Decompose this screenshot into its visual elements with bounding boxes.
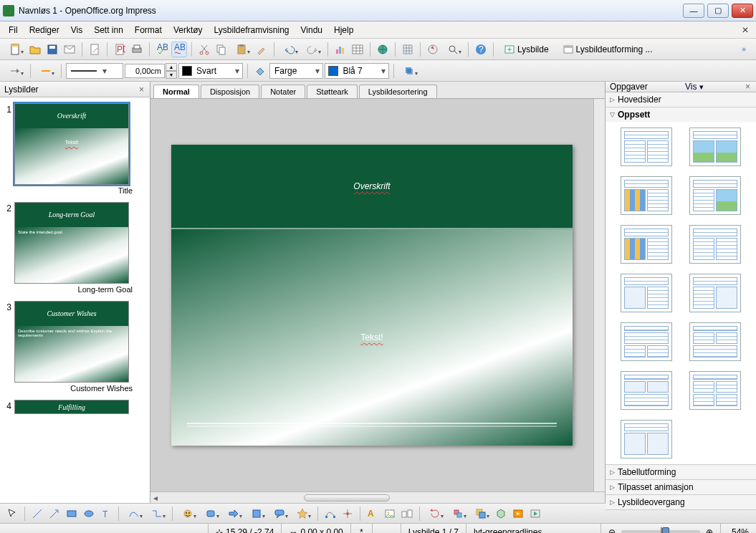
tab-outline[interactable]: Disposisjon xyxy=(201,85,259,98)
interaction-tool[interactable] xyxy=(510,506,526,522)
layout-option[interactable] xyxy=(621,371,672,410)
slide-thumbnail-2[interactable]: 2 Long-term Goal State the intended goal… xyxy=(0,201,150,299)
line-tool[interactable] xyxy=(29,506,45,522)
tab-notes[interactable]: Notater xyxy=(261,85,305,98)
align-tool[interactable] xyxy=(447,506,469,522)
arrow-line-tool[interactable] xyxy=(47,506,62,522)
slide-thumbnail-1[interactable]: 1 Overskrift Tekst! Title xyxy=(0,102,150,201)
from-file-tool[interactable] xyxy=(382,506,398,522)
edit-file-button[interactable] xyxy=(87,42,102,57)
layout-option[interactable] xyxy=(689,225,741,264)
slide-thumbnail-4[interactable]: 4 Fulfilling xyxy=(0,398,150,416)
hyperlink-button[interactable] xyxy=(375,42,391,57)
menu-slideshow[interactable]: Lysbildeframvisning xyxy=(209,23,295,37)
layout-option[interactable] xyxy=(621,274,672,312)
window-maximize-button[interactable]: ▢ xyxy=(707,4,729,18)
fontwork-tool[interactable]: A xyxy=(365,506,381,522)
points-edit-tool[interactable] xyxy=(322,506,338,522)
arrow-style-button[interactable] xyxy=(4,63,26,79)
toolbar-overflow-button[interactable]: » xyxy=(736,42,752,57)
current-slide[interactable]: Overskrift Tekst! xyxy=(171,145,573,446)
export-pdf-button[interactable]: PDF xyxy=(112,42,128,57)
zoom-in-icon[interactable]: ⊕ xyxy=(706,527,713,534)
menu-edit[interactable]: Rediger xyxy=(24,23,65,37)
line-width-input[interactable] xyxy=(125,64,165,78)
menu-help[interactable]: Hjelp xyxy=(328,23,359,37)
menu-window[interactable]: Vindu xyxy=(295,23,328,37)
block-arrows-tool[interactable] xyxy=(223,506,244,522)
layout-option[interactable] xyxy=(689,176,741,215)
zoom-percent[interactable]: 54% xyxy=(720,524,756,533)
slide-title-text[interactable]: Overskrift xyxy=(353,181,390,191)
gallery-tool[interactable] xyxy=(399,506,415,522)
section-custom-animation[interactable]: ▷Tilpasset animasjon xyxy=(606,480,756,495)
email-button[interactable] xyxy=(62,42,77,57)
chart-button[interactable] xyxy=(332,42,348,57)
spellcheck-button[interactable]: ABC xyxy=(154,42,170,57)
window-minimize-button[interactable]: — xyxy=(683,4,704,18)
flowchart-tool[interactable] xyxy=(246,506,267,522)
shadow-button[interactable] xyxy=(398,63,420,79)
layout-option[interactable] xyxy=(689,128,741,166)
slide-body-text[interactable]: Tekst! xyxy=(360,332,383,342)
menu-format[interactable]: Format xyxy=(129,23,168,37)
layout-option[interactable] xyxy=(689,371,741,410)
arrange-tool[interactable] xyxy=(470,506,492,522)
save-button[interactable] xyxy=(44,42,60,57)
undo-button[interactable] xyxy=(279,42,300,57)
section-slide-transition[interactable]: ▷Lysbildeovergang xyxy=(606,495,756,510)
layout-option[interactable] xyxy=(621,225,672,264)
layout-option[interactable] xyxy=(621,176,672,215)
connector-tool[interactable] xyxy=(146,506,168,522)
print-button[interactable] xyxy=(129,42,145,57)
select-tool[interactable] xyxy=(4,506,20,522)
slide-design-button[interactable]: Lysbildeutforming ... xyxy=(557,42,659,57)
line-style-combo[interactable]: ▾ xyxy=(66,63,123,79)
grid-button[interactable] xyxy=(400,42,416,57)
slide-thumbnail-3[interactable]: 3 Customer Wishes Describe customer need… xyxy=(0,299,150,398)
animation-tool[interactable] xyxy=(527,506,543,522)
zoom-out-icon[interactable]: ⊖ xyxy=(608,527,616,534)
line-width-down[interactable]: ▼ xyxy=(166,71,177,79)
help-button[interactable]: ? xyxy=(473,42,489,57)
layout-option[interactable] xyxy=(689,274,741,312)
horizontal-scrollbar[interactable]: ◂ xyxy=(150,491,605,503)
tab-normal[interactable]: Normal xyxy=(153,85,199,98)
line-width-up[interactable]: ▲ xyxy=(166,63,177,71)
zoom-slider[interactable] xyxy=(621,530,700,534)
table-button[interactable] xyxy=(350,42,365,57)
zoom-control[interactable]: ⊖ ⊕ xyxy=(601,524,720,533)
new-document-button[interactable] xyxy=(4,42,26,57)
menu-insert[interactable]: Sett inn xyxy=(88,23,129,37)
fill-mode-combo[interactable]: Farge▾ xyxy=(269,63,323,79)
menu-file[interactable]: Fil xyxy=(3,23,24,37)
document-close-button[interactable]: ✕ xyxy=(737,25,753,35)
section-master-pages[interactable]: ▷Hovedsider xyxy=(606,92,756,107)
layout-option[interactable] xyxy=(621,322,672,361)
ellipse-tool[interactable] xyxy=(81,506,97,522)
layout-option[interactable] xyxy=(621,128,672,166)
window-close-button[interactable]: ✕ xyxy=(732,4,753,18)
curve-tool[interactable] xyxy=(123,506,145,522)
area-fill-button[interactable] xyxy=(252,63,268,79)
line-endings-button[interactable] xyxy=(35,63,57,79)
open-button[interactable] xyxy=(27,42,43,57)
cut-button[interactable] xyxy=(196,42,212,57)
gluepoints-tool[interactable] xyxy=(340,506,355,522)
section-layouts-header[interactable]: ▽Oppsett xyxy=(606,107,756,122)
tasks-view-menu[interactable]: Vis ▾ xyxy=(685,82,704,92)
section-table-design[interactable]: ▷Tabellutforming xyxy=(606,465,756,480)
extrusion-tool[interactable] xyxy=(493,506,509,522)
copy-button[interactable] xyxy=(214,42,229,57)
navigator-button[interactable] xyxy=(425,42,441,57)
auto-spellcheck-button[interactable]: ABC xyxy=(171,42,187,57)
rotate-tool[interactable] xyxy=(424,506,446,522)
slides-panel-close[interactable]: × xyxy=(138,85,145,95)
menu-tools[interactable]: Verktøy xyxy=(168,23,209,37)
layout-option[interactable] xyxy=(621,420,672,458)
menu-view[interactable]: Vis xyxy=(65,23,88,37)
tab-handout[interactable]: Støtteark xyxy=(307,85,358,98)
tab-sorter[interactable]: Lysbildesortering xyxy=(359,85,437,98)
tasks-panel-close[interactable]: × xyxy=(744,82,752,92)
insert-slide-button[interactable]: Lysbilde xyxy=(498,42,555,57)
